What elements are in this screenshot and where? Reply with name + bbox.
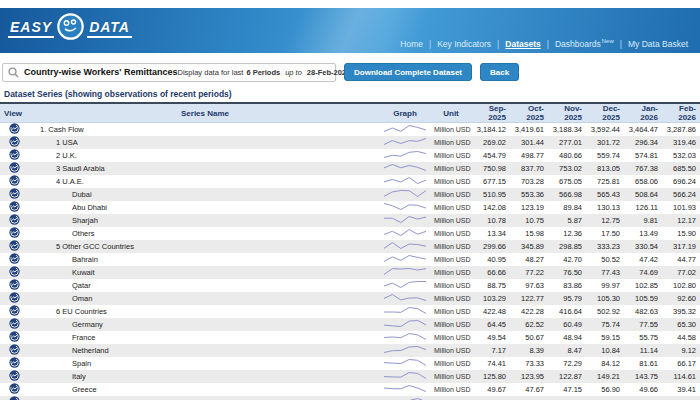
value-cell: 122.87 [548,370,586,383]
view-series-icon[interactable] [9,188,20,199]
search-icon [8,67,19,78]
sparkline-graph [380,370,430,383]
value-cell: 508.64 [624,188,662,201]
view-series-icon[interactable] [9,149,20,160]
nav-item-home[interactable]: Home [394,39,429,49]
value-cell: 50.52 [586,253,624,266]
download-complete-dataset-button[interactable]: Download Complete Dataset [344,63,472,81]
value-cell: 12.17 [662,214,700,227]
view-series-icon[interactable] [9,175,20,186]
value-cell: 149.21 [586,370,624,383]
value-cell: 566.24 [662,188,700,201]
value-cell: 142.08 [472,201,510,214]
top-strip [0,0,700,8]
view-series-icon[interactable] [9,266,20,277]
column-header-jan-2026: Jan-2026 [624,104,662,123]
value-cell: 92.60 [662,292,700,305]
view-series-icon[interactable] [9,123,20,134]
main-nav: Home|Key Indicators|Datasets|DashboardsN… [394,38,694,49]
sparkline-graph [380,318,430,331]
value-cell: 49.67 [472,383,510,396]
value-cell: 10.78 [472,214,510,227]
sparkline-graph [380,214,430,227]
value-cell: 301.44 [510,136,548,149]
value-cell: 532.03 [662,149,700,162]
view-series-icon[interactable] [9,227,20,238]
value-cell: 3,592.44 [586,123,624,137]
value-cell: 502.92 [586,305,624,318]
back-button[interactable]: Back [480,63,519,81]
value-cell: 49.54 [472,331,510,344]
nav-item-my-data-basket[interactable]: My Data Basket [622,39,694,49]
unit-label: Million USD [430,396,472,400]
series-name: 3 Saudi Arabia [30,162,380,175]
unit-label: Million USD [430,331,472,344]
series-name: 4 U.A.E. [30,175,380,188]
view-series-icon[interactable] [9,396,20,400]
value-cell: 125.80 [472,370,510,383]
view-series-icon[interactable] [9,240,20,251]
view-series-icon[interactable] [9,136,20,147]
dataset-title: Country-wise Workers' Remittances [24,67,178,77]
view-series-icon[interactable] [9,253,20,264]
dataset-selector[interactable]: Country-wise Workers' Remittances Displa… [2,63,336,82]
table-row: 1 USAMillion USD269.02301.44277.01301.72… [0,136,700,149]
easydata-logo: EASY DATA [8,13,132,44]
view-series-icon[interactable] [9,383,20,394]
view-series-icon[interactable] [9,279,20,290]
value-cell: 301.72 [586,136,624,149]
value-cell: 675.05 [548,175,586,188]
table-row: 2 U.K.Million USD454.79498.77480.66559.7… [0,149,700,162]
value-cell: 114.61 [662,370,700,383]
table-row: GreeceMillion USD49.6747.6747.1556.9049.… [0,383,700,396]
value-cell: 77.55 [624,318,662,331]
value-cell: 9.12 [662,344,700,357]
value-cell: 77.02 [662,266,700,279]
value-cell: 454.79 [472,149,510,162]
table-row: 1. Cash FlowMillion USD3,184.123,419.613… [0,123,700,137]
nav-item-key-indicators[interactable]: Key Indicators [431,39,497,49]
view-series-icon[interactable] [9,201,20,212]
value-cell: 50.67 [510,331,548,344]
nav-item-dashboards[interactable]: DashboardsNew [549,38,620,49]
value-cell: 84.12 [586,357,624,370]
view-series-icon[interactable] [9,344,20,355]
value-cell: 59.15 [586,331,624,344]
view-series-icon[interactable] [9,214,20,225]
column-header-series-name: Series Name [30,104,380,123]
view-series-icon[interactable] [9,292,20,303]
value-cell: 75.74 [586,318,624,331]
value-cell: 7.38 [510,396,548,400]
value-cell: 102.85 [624,279,662,292]
series-name: 6 EU Countries [30,305,380,318]
view-series-icon[interactable] [9,162,20,173]
view-series-icon[interactable] [9,357,20,368]
table-row: 3 Saudi ArabiaMillion USD750.98837.70753… [0,162,700,175]
value-cell: 9.32 [586,396,624,400]
value-cell: 767.38 [624,162,662,175]
value-cell: 565.43 [586,188,624,201]
value-cell: 72.29 [548,357,586,370]
sparkline-graph [380,123,430,137]
nav-item-datasets[interactable]: Datasets [499,39,546,49]
value-cell: 76.50 [548,266,586,279]
view-series-icon[interactable] [9,370,20,381]
logo-text-data: DATA [87,19,132,38]
value-cell: 143.75 [624,370,662,383]
value-cell: 130.13 [586,201,624,214]
view-series-icon[interactable] [9,331,20,342]
value-cell: 685.50 [662,162,700,175]
view-series-icon[interactable] [9,318,20,329]
column-header-nov-2025: Nov-2025 [548,104,586,123]
value-cell: 677.15 [472,175,510,188]
view-series-icon[interactable] [9,305,20,316]
column-header-dec-2025: Dec-2025 [586,104,624,123]
period-range: Display data for last 6 Periods up to 28… [178,68,354,77]
value-cell: 88.75 [472,279,510,292]
value-cell: 102.80 [662,279,700,292]
table-row: 4 U.A.E.Million USD677.15703.28675.05725… [0,175,700,188]
sparkline-graph [380,331,430,344]
value-cell: 66.17 [662,357,700,370]
section-title: Dataset Series (showing observations of … [0,87,700,104]
value-cell: 122.77 [510,292,548,305]
